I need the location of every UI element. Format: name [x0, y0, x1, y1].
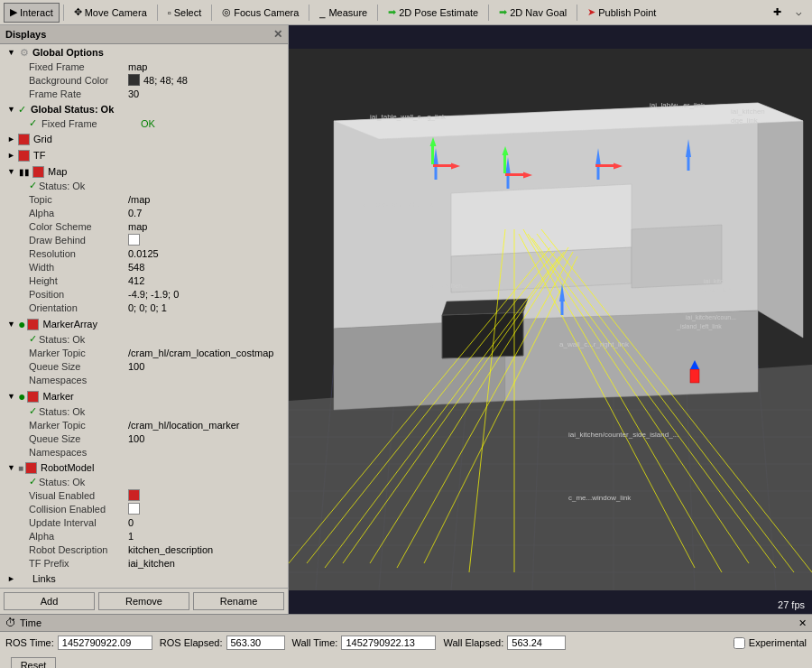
robot-marker — [690, 369, 699, 383]
experimental-checkbox[interactable] — [734, 637, 745, 649]
tree-item-markerarray: ▼ ● MarkerArray ✓ Status: Ok Marker Topi… — [0, 315, 288, 387]
time-close-button[interactable]: ✕ — [798, 617, 807, 629]
select-button[interactable]: ▫ Select — [161, 3, 208, 23]
svg-rect-46 — [431, 146, 434, 164]
move-camera-button[interactable]: ✥ Move Camera — [68, 3, 153, 23]
marker-row[interactable]: ▼ ● Marker — [0, 388, 288, 404]
m-status-row: ✓ Status: Ok — [0, 404, 288, 418]
ros-time-input[interactable] — [58, 636, 152, 650]
3d-view[interactable]: iai_table_wall_c...g_link iai_lab/w...er… — [289, 25, 812, 614]
ma-status-row: ✓ Status: Ok — [0, 332, 288, 346]
pose-estimate-button[interactable]: ➡ 2D Pose Estimate — [382, 3, 484, 23]
svg-rect-40 — [433, 164, 451, 167]
scene-label-2: iai_lab/w...er_link — [650, 101, 706, 109]
separator — [157, 5, 158, 21]
wall-elapsed-field: Wall Elapsed: — [443, 636, 566, 650]
map-width-row: Width 548 — [0, 260, 288, 274]
robotmodel-row[interactable]: ▼ ■ RobotModel — [0, 460, 288, 475]
m-ns-row: Namespaces — [0, 445, 288, 459]
nav-goal-icon: ➡ — [499, 6, 507, 18]
displays-header: Displays ✕ — [0, 25, 288, 44]
robotmodel-checkbox[interactable] — [25, 462, 37, 474]
marker-dot: ● — [18, 389, 25, 404]
wall-elapsed-input[interactable] — [507, 636, 566, 650]
fixed-frame-row: Fixed Frame map — [0, 60, 288, 73]
global-options-row[interactable]: ▼ ⚙ Global Options — [0, 45, 288, 60]
map-drawbehind-row: Draw Behind — [0, 233, 288, 246]
links-arrow[interactable]: ► — [7, 574, 18, 583]
grid-row[interactable]: ► Grid — [0, 132, 288, 146]
markerarray-arrow[interactable]: ▼ — [7, 320, 18, 329]
global-status-arrow[interactable]: ▼ — [7, 105, 18, 114]
kitchen-right-wall — [758, 103, 803, 338]
marker-checkbox[interactable] — [27, 391, 39, 403]
frame-rate-row: Frame Rate 30 — [0, 87, 288, 100]
robotmodel-arrow[interactable]: ▼ — [7, 463, 18, 472]
global-options-arrow[interactable]: ▼ — [7, 48, 18, 57]
time-header: ⏱ Time ✕ — [0, 615, 812, 632]
rm-visual-checkbox[interactable] — [128, 489, 140, 501]
scene-label-13: _island_left_link — [676, 323, 722, 330]
menu-button[interactable]: ⌵ — [789, 3, 808, 23]
map-height-row: Height 412 — [0, 274, 288, 287]
map-drawbehind-checkbox[interactable] — [128, 234, 140, 246]
tf-arrow[interactable]: ► — [7, 151, 18, 160]
map-colorscheme-row: Color Scheme map — [0, 219, 288, 233]
map-resolution-row: Resolution 0.0125 — [0, 246, 288, 260]
bg-color-swatch[interactable] — [128, 74, 140, 86]
grid-checkbox[interactable] — [18, 134, 30, 145]
ros-time-field: ROS Time: — [5, 636, 152, 650]
remove-button[interactable]: Remove — [98, 592, 189, 610]
markerarray-dot: ● — [18, 317, 25, 331]
stove — [442, 312, 523, 358]
tf-checkbox[interactable] — [18, 150, 30, 162]
marker-arrow[interactable]: ▼ — [7, 392, 18, 401]
rename-button[interactable]: Rename — [193, 592, 284, 610]
button-bar: Add Remove Rename — [0, 588, 288, 614]
map-row[interactable]: ▼ ▮▮ Map — [0, 164, 288, 179]
fixed-frame-status-row: ✓ Fixed Frame OK — [0, 116, 288, 130]
map-checkbox[interactable] — [32, 166, 44, 178]
separator — [309, 5, 309, 21]
svg-rect-48 — [503, 155, 506, 173]
global-options-icon: ⚙ — [18, 46, 31, 59]
focus-camera-button[interactable]: ◎ Focus Camera — [216, 3, 305, 23]
scene-label-12: iai_kitchen/coun... — [686, 314, 736, 321]
ros-elapsed-input[interactable] — [226, 636, 285, 650]
tree-item-global-options: ▼ ⚙ Global Options Fixed Frame map Backg… — [0, 44, 288, 101]
scene-label-10: iai_kitch... — [704, 278, 732, 285]
svg-rect-37 — [687, 157, 690, 171]
counter-back — [451, 184, 632, 256]
wall-time-input[interactable] — [341, 636, 436, 650]
nav-goal-button[interactable]: ➡ 2D Nav Goal — [493, 3, 573, 23]
scene-label-8: iai_kitchen/counter_side_island_... — [568, 431, 678, 439]
wall-time-field: Wall Time: — [292, 636, 437, 650]
svg-rect-31 — [435, 166, 438, 180]
map-status-row: ✓ Status: Ok — [0, 179, 288, 192]
publish-point-icon: ➤ — [587, 6, 595, 18]
crosshair-button[interactable]: ✚ — [767, 3, 788, 23]
tf-row[interactable]: ► TF — [0, 148, 288, 162]
rm-collision-row: Collision Enabled — [0, 502, 288, 515]
markerarray-row[interactable]: ▼ ● MarkerArray — [0, 316, 288, 332]
time-row: ROS Time: ROS Elapsed: Wall Time: Wall E… — [0, 632, 812, 654]
grid-arrow[interactable]: ► — [7, 135, 18, 144]
rm-collision-checkbox[interactable] — [128, 503, 140, 515]
links-row[interactable]: ► Links — [0, 571, 288, 586]
displays-close-button[interactable]: ✕ — [273, 28, 282, 41]
markerarray-checkbox[interactable] — [27, 319, 39, 330]
interact-button[interactable]: ▶ Interact — [4, 3, 60, 23]
reset-row: Reset — [0, 654, 812, 668]
main-area: Displays ✕ ▼ ⚙ Global Options Fixed Fram… — [0, 25, 812, 614]
global-status-row[interactable]: ▼ ✓ Global Status: Ok — [0, 102, 288, 116]
add-button[interactable]: Add — [4, 592, 95, 610]
tree-item-marker: ▼ ● Marker ✓ Status: Ok Marker Topic /cr… — [0, 387, 288, 459]
interact-icon: ▶ — [10, 6, 17, 18]
measure-button[interactable]: ⎯ Measure — [313, 3, 374, 23]
ros-elapsed-field: ROS Elapsed: — [160, 636, 285, 650]
status-bar: ⏱ Time ✕ ROS Time: ROS Elapsed: Wall Tim… — [0, 614, 812, 668]
tree-item-grid: ► Grid — [0, 131, 288, 147]
publish-point-button[interactable]: ➤ Publish Point — [581, 3, 662, 23]
map-arrow[interactable]: ▼ — [7, 167, 18, 176]
reset-button[interactable]: Reset — [11, 657, 56, 668]
